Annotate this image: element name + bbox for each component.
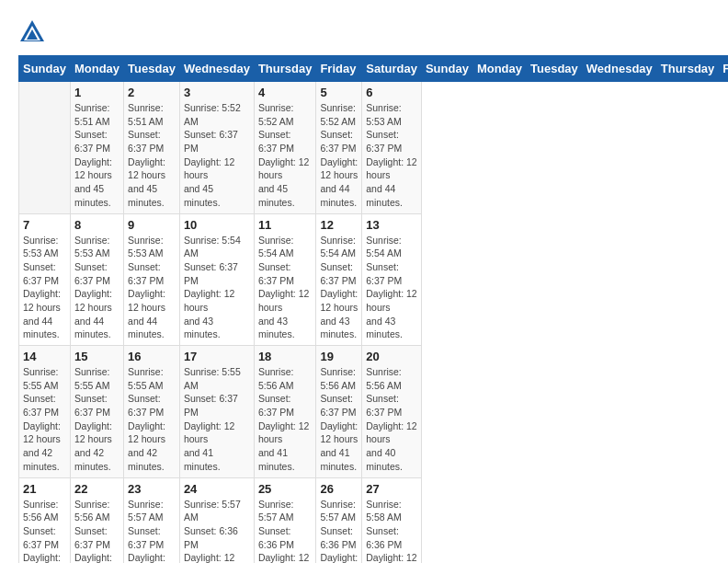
col-header-monday: Monday — [472, 56, 526, 82]
day-info: Sunrise: 5:54 AMSunset: 6:37 PMDaylight:… — [320, 234, 358, 342]
calendar-cell: 24Sunrise: 5:57 AMSunset: 6:36 PMDayligh… — [179, 477, 254, 563]
calendar-cell: 6Sunrise: 5:53 AMSunset: 6:37 PMDaylight… — [362, 82, 422, 214]
calendar-cell: 16Sunrise: 5:55 AMSunset: 6:37 PMDayligh… — [124, 346, 180, 478]
day-info: Sunrise: 5:57 AMSunset: 6:36 PMDaylight:… — [320, 498, 358, 564]
calendar-cell: 22Sunrise: 5:56 AMSunset: 6:37 PMDayligh… — [70, 477, 123, 563]
day-info: Sunrise: 5:55 AMSunset: 6:37 PMDaylight:… — [74, 365, 119, 474]
day-number: 19 — [320, 350, 358, 363]
week-row-3: 14Sunrise: 5:55 AMSunset: 6:37 PMDayligh… — [19, 346, 729, 478]
calendar-cell: 18Sunrise: 5:56 AMSunset: 6:37 PMDayligh… — [254, 346, 316, 478]
calendar-cell: 26Sunrise: 5:57 AMSunset: 6:36 PMDayligh… — [316, 477, 362, 563]
day-number: 20 — [366, 350, 417, 363]
calendar-cell: 12Sunrise: 5:54 AMSunset: 6:37 PMDayligh… — [316, 213, 362, 346]
day-info: Sunrise: 5:54 AMSunset: 6:37 PMDaylight:… — [258, 234, 313, 342]
day-number: 18 — [258, 350, 313, 363]
calendar-cell: 15Sunrise: 5:55 AMSunset: 6:37 PMDayligh… — [70, 346, 123, 478]
day-info: Sunrise: 5:57 AMSunset: 6:36 PMDaylight:… — [184, 498, 250, 564]
day-info: Sunrise: 5:52 AMSunset: 6:37 PMDaylight:… — [184, 101, 250, 210]
calendar-cell — [19, 82, 71, 214]
day-info: Sunrise: 5:55 AMSunset: 6:37 PMDaylight:… — [128, 365, 176, 474]
day-info: Sunrise: 5:53 AMSunset: 6:37 PMDaylight:… — [128, 234, 176, 342]
calendar-cell: 10Sunrise: 5:54 AMSunset: 6:37 PMDayligh… — [179, 213, 254, 346]
day-info: Sunrise: 5:51 AMSunset: 6:37 PMDaylight:… — [128, 101, 176, 210]
calendar-cell: 8Sunrise: 5:53 AMSunset: 6:37 PMDaylight… — [70, 213, 123, 346]
calendar-cell: 23Sunrise: 5:57 AMSunset: 6:37 PMDayligh… — [124, 477, 180, 563]
calendar-cell: 4Sunrise: 5:52 AMSunset: 6:37 PMDaylight… — [254, 82, 316, 214]
day-number: 8 — [74, 218, 119, 232]
calendar-cell: 17Sunrise: 5:55 AMSunset: 6:37 PMDayligh… — [179, 346, 254, 478]
day-number: 27 — [366, 482, 417, 496]
day-number: 22 — [74, 482, 119, 496]
week-row-4: 21Sunrise: 5:56 AMSunset: 6:37 PMDayligh… — [19, 477, 729, 563]
day-number: 14 — [23, 350, 66, 363]
day-number: 10 — [184, 218, 250, 232]
day-info: Sunrise: 5:53 AMSunset: 6:37 PMDaylight:… — [366, 101, 417, 210]
header-friday: Friday — [316, 56, 362, 82]
header-monday: Monday — [70, 56, 123, 82]
calendar-cell: 9Sunrise: 5:53 AMSunset: 6:37 PMDaylight… — [124, 213, 180, 346]
calendar-cell: 2Sunrise: 5:51 AMSunset: 6:37 PMDaylight… — [124, 82, 180, 214]
calendar-table: SundayMondayTuesdayWednesdayThursdayFrid… — [18, 55, 728, 563]
day-info: Sunrise: 5:54 AMSunset: 6:37 PMDaylight:… — [184, 234, 250, 342]
header-tuesday: Tuesday — [124, 56, 180, 82]
day-info: Sunrise: 5:56 AMSunset: 6:37 PMDaylight:… — [74, 498, 119, 564]
header-saturday: Saturday — [362, 56, 422, 82]
day-info: Sunrise: 5:55 AMSunset: 6:37 PMDaylight:… — [23, 365, 66, 474]
calendar-cell: 5Sunrise: 5:52 AMSunset: 6:37 PMDaylight… — [316, 82, 362, 214]
day-number: 17 — [184, 350, 250, 363]
week-row-1: 1Sunrise: 5:51 AMSunset: 6:37 PMDaylight… — [19, 82, 729, 214]
col-header-sunday: Sunday — [421, 56, 472, 82]
day-number: 1 — [74, 86, 119, 99]
calendar-cell: 19Sunrise: 5:56 AMSunset: 6:37 PMDayligh… — [316, 346, 362, 478]
day-number: 24 — [184, 482, 250, 496]
day-number: 5 — [320, 86, 358, 99]
logo-icon — [18, 18, 46, 46]
day-number: 3 — [184, 86, 250, 99]
calendar-cell: 11Sunrise: 5:54 AMSunset: 6:37 PMDayligh… — [254, 213, 316, 346]
day-info: Sunrise: 5:51 AMSunset: 6:37 PMDaylight:… — [74, 101, 119, 210]
header-thursday: Thursday — [254, 56, 316, 82]
header-wednesday: Wednesday — [179, 56, 254, 82]
calendar-cell: 7Sunrise: 5:53 AMSunset: 6:37 PMDaylight… — [19, 213, 71, 346]
day-number: 11 — [258, 218, 313, 232]
day-number: 4 — [258, 86, 313, 99]
day-info: Sunrise: 5:57 AMSunset: 6:36 PMDaylight:… — [258, 498, 313, 564]
calendar-cell: 14Sunrise: 5:55 AMSunset: 6:37 PMDayligh… — [19, 346, 71, 478]
col-header-tuesday: Tuesday — [527, 56, 583, 82]
day-info: Sunrise: 5:57 AMSunset: 6:37 PMDaylight:… — [128, 498, 176, 564]
calendar-cell: 27Sunrise: 5:58 AMSunset: 6:36 PMDayligh… — [362, 477, 422, 563]
day-number: 16 — [128, 350, 176, 363]
day-info: Sunrise: 5:56 AMSunset: 6:37 PMDaylight:… — [258, 365, 313, 474]
day-info: Sunrise: 5:56 AMSunset: 6:37 PMDaylight:… — [23, 498, 66, 564]
logo — [18, 18, 50, 46]
day-number: 25 — [258, 482, 313, 496]
calendar-header-row: SundayMondayTuesdayWednesdayThursdayFrid… — [19, 56, 729, 82]
week-row-2: 7Sunrise: 5:53 AMSunset: 6:37 PMDaylight… — [19, 213, 729, 346]
day-number: 12 — [320, 218, 358, 232]
calendar-cell: 20Sunrise: 5:56 AMSunset: 6:37 PMDayligh… — [362, 346, 422, 478]
day-number: 15 — [74, 350, 119, 363]
day-number: 2 — [128, 86, 176, 99]
day-info: Sunrise: 5:53 AMSunset: 6:37 PMDaylight:… — [74, 234, 119, 342]
day-info: Sunrise: 5:53 AMSunset: 6:37 PMDaylight:… — [23, 234, 66, 342]
day-info: Sunrise: 5:52 AMSunset: 6:37 PMDaylight:… — [320, 101, 358, 210]
col-header-thursday: Thursday — [656, 56, 719, 82]
calendar-cell: 21Sunrise: 5:56 AMSunset: 6:37 PMDayligh… — [19, 477, 71, 563]
page-header — [18, 18, 710, 46]
day-info: Sunrise: 5:52 AMSunset: 6:37 PMDaylight:… — [258, 101, 313, 210]
day-info: Sunrise: 5:55 AMSunset: 6:37 PMDaylight:… — [184, 365, 250, 474]
day-number: 6 — [366, 86, 417, 99]
day-number: 21 — [23, 482, 66, 496]
calendar-cell: 3Sunrise: 5:52 AMSunset: 6:37 PMDaylight… — [179, 82, 254, 214]
day-info: Sunrise: 5:54 AMSunset: 6:37 PMDaylight:… — [366, 234, 417, 342]
day-info: Sunrise: 5:58 AMSunset: 6:36 PMDaylight:… — [366, 498, 417, 564]
day-number: 13 — [366, 218, 417, 232]
calendar-cell: 1Sunrise: 5:51 AMSunset: 6:37 PMDaylight… — [70, 82, 123, 214]
day-info: Sunrise: 5:56 AMSunset: 6:37 PMDaylight:… — [366, 365, 417, 474]
col-header-wednesday: Wednesday — [582, 56, 656, 82]
calendar-cell: 25Sunrise: 5:57 AMSunset: 6:36 PMDayligh… — [254, 477, 316, 563]
day-number: 7 — [23, 218, 66, 232]
header-sunday: Sunday — [19, 56, 71, 82]
calendar-cell: 13Sunrise: 5:54 AMSunset: 6:37 PMDayligh… — [362, 213, 422, 346]
day-number: 26 — [320, 482, 358, 496]
